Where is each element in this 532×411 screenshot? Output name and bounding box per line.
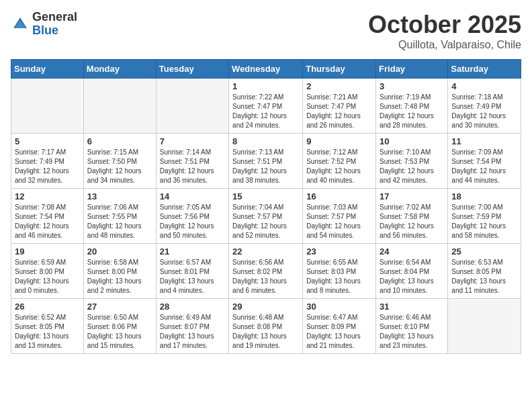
day-number: 18 — [451, 191, 517, 201]
weekday-header-tuesday: Tuesday — [156, 60, 228, 79]
day-number: 16 — [306, 191, 372, 201]
day-info: Sunrise: 6:50 AM Sunset: 8:06 PM Dayligh… — [87, 313, 152, 351]
calendar-cell: 31Sunrise: 6:46 AM Sunset: 8:10 PM Dayli… — [376, 299, 448, 354]
calendar-cell: 19Sunrise: 6:59 AM Sunset: 8:00 PM Dayli… — [11, 244, 84, 299]
calendar-cell: 29Sunrise: 6:48 AM Sunset: 8:08 PM Dayli… — [229, 299, 303, 354]
calendar-cell: 13Sunrise: 7:06 AM Sunset: 7:55 PM Dayli… — [83, 189, 156, 244]
calendar-cell: 25Sunrise: 6:53 AM Sunset: 8:05 PM Dayli… — [448, 244, 521, 299]
day-number: 24 — [380, 246, 444, 257]
day-info: Sunrise: 7:10 AM Sunset: 7:53 PM Dayligh… — [380, 148, 444, 185]
calendar-cell: 9Sunrise: 7:12 AM Sunset: 7:52 PM Daylig… — [303, 134, 376, 189]
day-number: 9 — [306, 136, 372, 146]
day-info: Sunrise: 7:09 AM Sunset: 7:54 PM Dayligh… — [451, 148, 517, 185]
location-label: Quillota, Valparaiso, Chile — [368, 39, 521, 51]
day-info: Sunrise: 7:14 AM Sunset: 7:51 PM Dayligh… — [160, 148, 225, 185]
calendar-cell: 18Sunrise: 7:00 AM Sunset: 7:59 PM Dayli… — [448, 189, 521, 244]
page-header: General Blue October 2025 Quillota, Valp… — [11, 11, 521, 51]
calendar-cell: 28Sunrise: 6:49 AM Sunset: 8:07 PM Dayli… — [156, 299, 228, 354]
calendar-cell: 7Sunrise: 7:14 AM Sunset: 7:51 PM Daylig… — [156, 134, 228, 189]
logo-text: General Blue — [32, 11, 77, 38]
day-info: Sunrise: 6:49 AM Sunset: 8:07 PM Dayligh… — [160, 313, 225, 351]
calendar-cell: 23Sunrise: 6:55 AM Sunset: 8:03 PM Dayli… — [303, 244, 376, 299]
day-number: 2 — [306, 81, 372, 91]
weekday-header-friday: Friday — [376, 60, 448, 79]
day-info: Sunrise: 6:52 AM Sunset: 8:05 PM Dayligh… — [15, 313, 80, 351]
day-number: 21 — [160, 246, 225, 257]
calendar-week-row: 26Sunrise: 6:52 AM Sunset: 8:05 PM Dayli… — [11, 299, 521, 354]
day-info: Sunrise: 7:08 AM Sunset: 7:54 PM Dayligh… — [15, 203, 80, 240]
day-info: Sunrise: 6:48 AM Sunset: 8:08 PM Dayligh… — [232, 313, 299, 351]
month-title: October 2025 — [368, 11, 521, 39]
day-number: 17 — [380, 191, 444, 201]
calendar-cell — [11, 79, 84, 134]
day-info: Sunrise: 7:22 AM Sunset: 7:47 PM Dayligh… — [232, 93, 299, 130]
day-number: 11 — [451, 136, 517, 146]
day-number: 3 — [380, 81, 444, 91]
day-info: Sunrise: 7:21 AM Sunset: 7:47 PM Dayligh… — [306, 93, 372, 130]
calendar-cell: 22Sunrise: 6:56 AM Sunset: 8:02 PM Dayli… — [229, 244, 303, 299]
calendar-cell: 11Sunrise: 7:09 AM Sunset: 7:54 PM Dayli… — [448, 134, 521, 189]
day-info: Sunrise: 7:15 AM Sunset: 7:50 PM Dayligh… — [87, 148, 152, 185]
weekday-header-sunday: Sunday — [11, 60, 84, 79]
day-info: Sunrise: 6:57 AM Sunset: 8:01 PM Dayligh… — [160, 258, 225, 295]
day-info: Sunrise: 7:05 AM Sunset: 7:56 PM Dayligh… — [160, 203, 225, 240]
calendar-cell: 4Sunrise: 7:18 AM Sunset: 7:49 PM Daylig… — [448, 79, 521, 134]
day-info: Sunrise: 6:46 AM Sunset: 8:10 PM Dayligh… — [380, 313, 444, 351]
day-number: 12 — [15, 191, 80, 201]
day-info: Sunrise: 7:04 AM Sunset: 7:57 PM Dayligh… — [232, 203, 299, 240]
day-number: 1 — [232, 81, 299, 91]
day-number: 26 — [15, 302, 80, 312]
calendar-table: SundayMondayTuesdayWednesdayThursdayFrid… — [11, 59, 521, 354]
calendar-cell — [83, 79, 156, 134]
day-info: Sunrise: 6:55 AM Sunset: 8:03 PM Dayligh… — [306, 258, 372, 295]
day-number: 28 — [160, 302, 225, 312]
day-info: Sunrise: 6:58 AM Sunset: 8:00 PM Dayligh… — [87, 258, 152, 295]
day-number: 7 — [160, 136, 225, 146]
day-number: 22 — [232, 246, 299, 257]
day-number: 27 — [87, 302, 152, 312]
calendar-cell: 8Sunrise: 7:13 AM Sunset: 7:51 PM Daylig… — [229, 134, 303, 189]
calendar-cell: 30Sunrise: 6:47 AM Sunset: 8:09 PM Dayli… — [303, 299, 376, 354]
calendar-cell: 3Sunrise: 7:19 AM Sunset: 7:48 PM Daylig… — [376, 79, 448, 134]
day-info: Sunrise: 6:54 AM Sunset: 8:04 PM Dayligh… — [380, 258, 444, 295]
day-number: 23 — [306, 246, 372, 257]
calendar-cell: 26Sunrise: 6:52 AM Sunset: 8:05 PM Dayli… — [11, 299, 84, 354]
day-info: Sunrise: 7:03 AM Sunset: 7:57 PM Dayligh… — [306, 203, 372, 240]
day-number: 20 — [87, 246, 152, 257]
day-info: Sunrise: 7:17 AM Sunset: 7:49 PM Dayligh… — [15, 148, 80, 185]
day-info: Sunrise: 6:59 AM Sunset: 8:00 PM Dayligh… — [15, 258, 80, 295]
day-info: Sunrise: 7:18 AM Sunset: 7:49 PM Dayligh… — [451, 93, 517, 130]
logo-general-label: General — [32, 11, 77, 24]
day-number: 29 — [232, 302, 299, 312]
day-number: 5 — [15, 136, 80, 146]
day-number: 10 — [380, 136, 444, 146]
day-info: Sunrise: 7:12 AM Sunset: 7:52 PM Dayligh… — [306, 148, 372, 185]
day-info: Sunrise: 7:06 AM Sunset: 7:55 PM Dayligh… — [87, 203, 152, 240]
calendar-cell: 15Sunrise: 7:04 AM Sunset: 7:57 PM Dayli… — [229, 189, 303, 244]
day-number: 30 — [306, 302, 372, 312]
weekday-header-monday: Monday — [83, 60, 156, 79]
day-info: Sunrise: 7:13 AM Sunset: 7:51 PM Dayligh… — [232, 148, 299, 185]
calendar-cell: 20Sunrise: 6:58 AM Sunset: 8:00 PM Dayli… — [83, 244, 156, 299]
calendar-week-row: 5Sunrise: 7:17 AM Sunset: 7:49 PM Daylig… — [11, 134, 521, 189]
calendar-cell: 6Sunrise: 7:15 AM Sunset: 7:50 PM Daylig… — [83, 134, 156, 189]
calendar-cell: 17Sunrise: 7:02 AM Sunset: 7:58 PM Dayli… — [376, 189, 448, 244]
day-info: Sunrise: 6:56 AM Sunset: 8:02 PM Dayligh… — [232, 258, 299, 295]
day-number: 15 — [232, 191, 299, 201]
day-info: Sunrise: 7:00 AM Sunset: 7:59 PM Dayligh… — [451, 203, 517, 240]
day-number: 8 — [232, 136, 299, 146]
day-number: 19 — [15, 246, 80, 257]
weekday-header-saturday: Saturday — [448, 60, 521, 79]
weekday-header-row: SundayMondayTuesdayWednesdayThursdayFrid… — [11, 60, 521, 79]
weekday-header-wednesday: Wednesday — [229, 60, 303, 79]
logo-blue-label: Blue — [32, 24, 77, 38]
calendar-cell: 16Sunrise: 7:03 AM Sunset: 7:57 PM Dayli… — [303, 189, 376, 244]
day-info: Sunrise: 6:53 AM Sunset: 8:05 PM Dayligh… — [451, 258, 517, 295]
calendar-cell: 14Sunrise: 7:05 AM Sunset: 7:56 PM Dayli… — [156, 189, 228, 244]
calendar-cell — [156, 79, 228, 134]
title-block: October 2025 Quillota, Valparaiso, Chile — [368, 11, 521, 51]
day-number: 31 — [380, 302, 444, 312]
calendar-cell: 12Sunrise: 7:08 AM Sunset: 7:54 PM Dayli… — [11, 189, 84, 244]
day-number: 13 — [87, 191, 152, 201]
calendar-week-row: 1Sunrise: 7:22 AM Sunset: 7:47 PM Daylig… — [11, 79, 521, 134]
